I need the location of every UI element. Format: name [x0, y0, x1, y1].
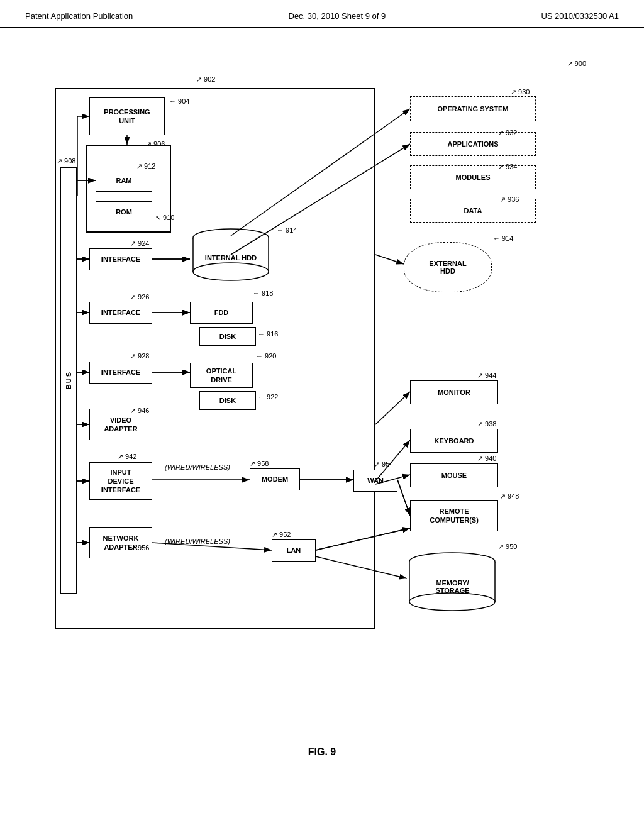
ref-918: ← 918 — [253, 289, 273, 297]
monitor-label: MONITOR — [438, 388, 470, 397]
remote-computers-label: REMOTECOMPUTER(S) — [430, 507, 479, 525]
ref-936: ↗ 936 — [500, 196, 519, 204]
modem-label: MODEM — [262, 475, 288, 484]
video-adapter-label: VIDEOADAPTER — [104, 416, 137, 434]
interface-928-box: INTERFACE — [89, 362, 152, 384]
ref-948: ↗ 948 — [500, 492, 519, 501]
wired-wireless-1: (WIRED/WIRELESS) — [165, 463, 230, 471]
wired-wireless-2: (WIRED/WIRELESS) — [165, 538, 230, 545]
interface-928-label: INTERFACE — [101, 368, 140, 377]
svg-line-42 — [397, 480, 410, 516]
ref-904: ← 904 — [169, 97, 189, 105]
svg-point-4 — [193, 263, 269, 280]
input-device-box: INPUTDEVICEINTERFACE — [89, 462, 152, 500]
memory-storage-label: MEMORY/STORAGE — [435, 579, 469, 594]
modem-box: MODEM — [250, 468, 300, 490]
ref-922: ← 922 — [258, 393, 278, 401]
processing-unit-label: PROCESSINGUNIT — [104, 108, 150, 126]
ref-944: ↗ 944 — [477, 372, 496, 380]
ref-900: ↗ 900 — [567, 60, 586, 68]
header-center: Dec. 30, 2010 Sheet 9 of 9 — [289, 11, 386, 21]
svg-line-37 — [375, 255, 404, 264]
modules-label: MODULES — [456, 173, 491, 182]
lan-box: LAN — [272, 540, 316, 562]
internal-hdd-cylinder: INTERNAL HDD — [190, 226, 272, 283]
fdd-box: FDD — [190, 302, 253, 324]
data-label: DATA — [464, 206, 482, 215]
rom-box: ROM — [96, 201, 152, 223]
svg-point-9 — [409, 593, 495, 611]
bus-label: BUS — [64, 371, 73, 389]
ref-932: ↗ 932 — [498, 129, 517, 137]
network-adapter-box: NETWORKADAPTER — [89, 527, 152, 558]
svg-line-38 — [375, 392, 410, 424]
input-device-label: INPUTDEVICEINTERFACE — [101, 468, 140, 495]
disk1-label: DISK — [219, 332, 236, 341]
internal-hdd-label: INTERNAL HDD — [205, 254, 257, 262]
page-header: Patent Application Publication Dec. 30, … — [0, 0, 644, 28]
monitor-box: MONITOR — [410, 380, 498, 404]
optical-drive-label: OPTICALDRIVE — [206, 367, 236, 385]
os-label: OPERATING SYSTEM — [438, 104, 509, 113]
interface-926-box: INTERFACE — [89, 302, 152, 324]
fdd-label: FDD — [214, 308, 229, 317]
ref-934: ↗ 934 — [498, 163, 517, 171]
applications-label: APPLICATIONS — [447, 140, 498, 148]
ref-926: ↗ 926 — [130, 293, 149, 301]
interface-926-label: INTERFACE — [101, 308, 140, 317]
ref-912: ↗ 912 — [136, 162, 155, 170]
ref-914b: ← 914 — [493, 235, 513, 242]
svg-line-43 — [397, 480, 410, 516]
keyboard-box: KEYBOARD — [410, 429, 498, 453]
ref-902: ↗ 902 — [196, 75, 215, 84]
remote-computers-box: REMOTECOMPUTER(S) — [410, 500, 498, 531]
rom-label: ROM — [116, 208, 132, 216]
ref-938: ↗ 938 — [477, 420, 496, 428]
disk2-label: DISK — [219, 396, 236, 405]
ref-956: ↗ 956 — [130, 544, 149, 552]
ref-952: ↗ 952 — [272, 531, 291, 539]
ref-928: ↗ 928 — [130, 352, 149, 360]
interface-924-label: INTERFACE — [101, 255, 140, 263]
ram-label: RAM — [116, 176, 131, 185]
wan-label: WAN — [367, 476, 384, 485]
ref-924: ↗ 924 — [130, 240, 149, 248]
ref-920: ← 920 — [256, 352, 276, 360]
ref-910: ↖ 910 — [155, 214, 174, 222]
bus-bar: BUS — [60, 167, 77, 594]
ref-946: ↗ 946 — [130, 407, 149, 415]
ref-916: ← 916 — [258, 330, 278, 338]
optical-drive-box: OPTICALDRIVE — [190, 363, 253, 388]
external-hdd-label: EXTERNALHDD — [429, 260, 466, 275]
external-hdd-box: EXTERNALHDD — [404, 242, 492, 292]
ram-box: RAM — [96, 170, 152, 192]
ref-954: ↗ 954 — [374, 460, 393, 468]
disk1-box: DISK — [199, 327, 256, 346]
wan-box: WAN — [353, 470, 397, 492]
lan-label: LAN — [287, 546, 301, 555]
mouse-box: MOUSE — [410, 463, 498, 487]
processing-unit-box: PROCESSINGUNIT — [89, 97, 165, 135]
ref-940: ↗ 940 — [477, 455, 496, 463]
ref-930: ↗ 930 — [511, 88, 530, 96]
diagram-container: ↗ 900 ↗ 902 BUS ↗ 908 PROCESSINGUNIT ← 9… — [20, 41, 624, 764]
interface-924-box: INTERFACE — [89, 248, 152, 270]
os-box: OPERATING SYSTEM — [410, 96, 536, 121]
disk2-box: DISK — [199, 391, 256, 410]
memory-storage-cylinder: MEMORY/STORAGE — [407, 550, 498, 613]
ref-950: ↗ 950 — [498, 543, 517, 551]
ref-908: ↗ 908 — [57, 157, 75, 165]
figure-label: FIG. 9 — [308, 746, 336, 758]
ref-958: ↗ 958 — [250, 460, 269, 468]
ref-942: ↗ 942 — [118, 453, 136, 461]
header-right: US 2010/0332530 A1 — [541, 11, 619, 21]
keyboard-label: KEYBOARD — [435, 436, 474, 445]
mouse-label: MOUSE — [441, 471, 467, 480]
ref-914a: ← 914 — [277, 226, 297, 234]
header-left: Patent Application Publication — [25, 11, 133, 21]
